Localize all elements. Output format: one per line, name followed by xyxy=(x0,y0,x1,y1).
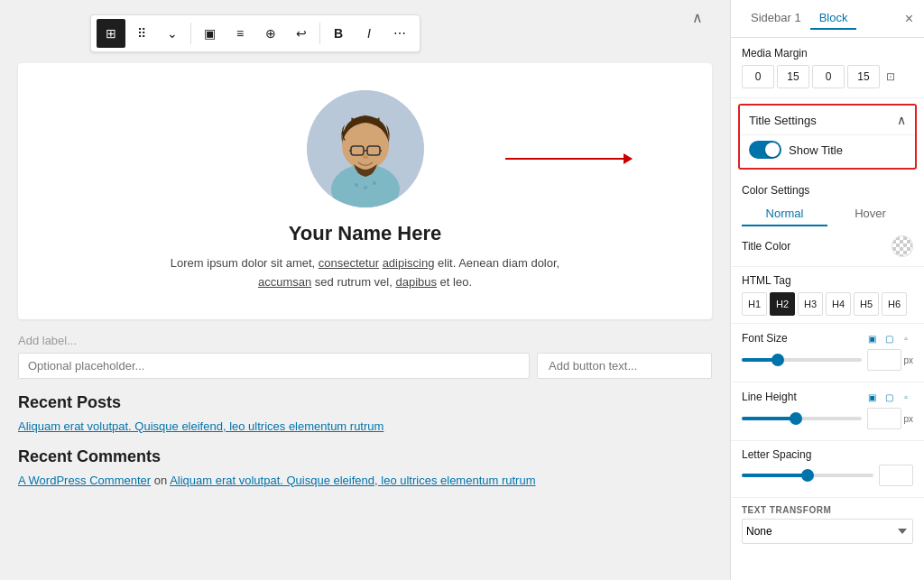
recent-posts-link[interactable]: Aliquam erat volutpat. Quisque eleifend,… xyxy=(18,419,712,433)
letter-spacing-slider-row xyxy=(742,465,913,486)
color-tab-hover[interactable]: Hover xyxy=(827,202,913,226)
color-tabs: Normal Hover xyxy=(742,202,913,226)
color-settings-label: Color Settings xyxy=(742,184,913,197)
tag-h2[interactable]: H2 xyxy=(770,292,795,316)
panel-close-button[interactable]: × xyxy=(905,12,913,26)
line-height-label: Line Height xyxy=(742,391,797,403)
profile-block: Your Name Here Lorem ipsum dolor sit ame… xyxy=(18,63,712,319)
font-size-slider-row: px xyxy=(742,349,913,371)
comment-post-link[interactable]: Aliquam erat volutpat. Quisque eleifend,… xyxy=(170,474,535,487)
toolbar-divider-1 xyxy=(190,23,191,44)
margin-inputs: ⊡ xyxy=(742,65,913,88)
line-height-input[interactable] xyxy=(867,408,901,429)
text-transform-section: TEXT TRANSFORM None Uppercase Lowercase … xyxy=(731,498,924,551)
title-settings-body: Show Title xyxy=(740,134,915,168)
comment-author-link[interactable]: A WordPress Commenter xyxy=(18,474,151,487)
recent-posts-title: Recent Posts xyxy=(18,393,712,412)
tab-sidebar[interactable]: Sidebar 1 xyxy=(742,7,810,30)
font-size-thumb[interactable] xyxy=(772,354,784,366)
annotation-arrow xyxy=(505,158,632,160)
profile-name: Your Name Here xyxy=(54,222,676,245)
font-size-monitor-icon[interactable]: ▣ xyxy=(864,331,879,345)
line-height-section: Line Height ▣ ▢ ▫ px xyxy=(731,382,924,441)
title-color-row: Title Color xyxy=(742,235,913,257)
right-panel: Sidebar 1 Block × Media Margin ⊡ Title S… xyxy=(730,0,924,580)
input-row xyxy=(18,353,712,379)
comment-line: A WordPress Commenter on Aliquam erat vo… xyxy=(18,474,712,487)
svg-point-3 xyxy=(364,186,367,189)
font-size-unit: px xyxy=(903,355,913,365)
line-height-input-unit: px xyxy=(867,408,913,429)
line-height-track[interactable] xyxy=(742,417,862,420)
show-title-toggle[interactable] xyxy=(749,141,781,159)
tag-h3[interactable]: H3 xyxy=(798,292,823,316)
toolbar-image[interactable]: ▣ xyxy=(195,19,224,48)
toolbar-link[interactable]: ↩ xyxy=(287,19,316,48)
toolbar-bold[interactable]: B xyxy=(324,19,353,48)
media-margin-section: Media Margin ⊡ xyxy=(731,38,924,98)
letter-spacing-thumb[interactable] xyxy=(801,469,814,482)
font-size-input-unit: px xyxy=(867,349,913,371)
toolbar-up-arrow[interactable]: ∧ xyxy=(692,9,703,26)
arrow-line xyxy=(505,158,632,160)
avatar xyxy=(307,90,424,207)
title-color-label: Title Color xyxy=(742,240,790,253)
title-settings-section: Title Settings ∧ Show Title xyxy=(738,104,917,170)
line-height-thumb[interactable] xyxy=(790,412,802,425)
comment-on-text: on xyxy=(154,474,170,487)
tag-h6[interactable]: H6 xyxy=(882,292,907,316)
chevron-up-icon: ∧ xyxy=(897,113,906,127)
toolbar-italic[interactable]: I xyxy=(355,19,383,48)
color-tab-normal[interactable]: Normal xyxy=(742,202,827,226)
toolbar-add[interactable]: ⊕ xyxy=(256,19,285,48)
margin-top-input[interactable] xyxy=(742,65,774,88)
add-label: Add label... xyxy=(18,334,712,347)
margin-left-input[interactable] xyxy=(847,65,880,88)
toolbar-align[interactable]: ≡ xyxy=(226,19,254,48)
font-size-tablet-icon[interactable]: ▢ xyxy=(882,331,896,345)
editor-area: ⊞ ⠿ ⌄ ▣ ≡ ⊕ ↩ B I ⋯ ∧ xyxy=(0,0,730,580)
margin-link-icon[interactable]: ⊡ xyxy=(882,69,899,85)
panel-tabs: Sidebar 1 Block xyxy=(742,7,856,30)
font-size-input[interactable] xyxy=(867,349,901,371)
line-height-tablet-icon[interactable]: ▢ xyxy=(882,390,896,404)
text-transform-label: TEXT TRANSFORM xyxy=(742,505,913,515)
media-margin-label: Media Margin xyxy=(742,47,913,60)
button-text-input[interactable] xyxy=(537,353,712,379)
title-settings-header[interactable]: Title Settings ∧ xyxy=(740,106,915,134)
toolbar-divider-2 xyxy=(319,23,320,44)
letter-spacing-input[interactable] xyxy=(879,465,913,486)
font-size-mobile-icon[interactable]: ▫ xyxy=(899,331,913,345)
tag-h5[interactable]: H5 xyxy=(854,292,879,316)
profile-bio: Lorem ipsum dolor sit amet, consectetur … xyxy=(54,254,676,292)
toolbar-more[interactable]: ⋯ xyxy=(385,19,414,48)
line-height-slider-row: px xyxy=(742,408,913,429)
svg-point-4 xyxy=(373,181,376,185)
title-color-swatch[interactable] xyxy=(892,235,913,257)
show-title-row: Show Title xyxy=(749,141,906,159)
toolbar-block-icon[interactable]: ⊞ xyxy=(97,19,125,48)
show-title-label: Show Title xyxy=(789,143,843,157)
title-settings-label: Title Settings xyxy=(749,114,817,127)
margin-bottom-input[interactable] xyxy=(812,65,845,88)
color-settings-section: Color Settings Normal Hover Title Color xyxy=(731,175,924,267)
line-height-row-label: Line Height ▣ ▢ ▫ xyxy=(742,390,913,404)
line-height-mobile-icon[interactable]: ▫ xyxy=(899,390,913,404)
tab-block[interactable]: Block xyxy=(810,7,857,30)
svg-point-11 xyxy=(363,155,368,159)
text-transform-select[interactable]: None Uppercase Lowercase Capitalize xyxy=(742,519,913,544)
margin-right-input[interactable] xyxy=(777,65,809,88)
tag-h4[interactable]: H4 xyxy=(826,292,851,316)
font-size-icons: ▣ ▢ ▫ xyxy=(864,331,913,345)
letter-spacing-fill xyxy=(742,474,808,477)
optional-placeholder-input[interactable] xyxy=(18,353,530,379)
toolbar-collapse[interactable]: ⌄ xyxy=(158,19,187,48)
avatar-image xyxy=(307,90,424,207)
line-height-fill xyxy=(742,417,796,420)
letter-spacing-track[interactable] xyxy=(742,474,873,477)
line-height-monitor-icon[interactable]: ▣ xyxy=(864,390,879,404)
font-size-track[interactable] xyxy=(742,358,862,362)
letter-spacing-label: Letter Spacing xyxy=(742,448,811,461)
toolbar-drag[interactable]: ⠿ xyxy=(127,19,156,48)
tag-h1[interactable]: H1 xyxy=(742,292,767,316)
